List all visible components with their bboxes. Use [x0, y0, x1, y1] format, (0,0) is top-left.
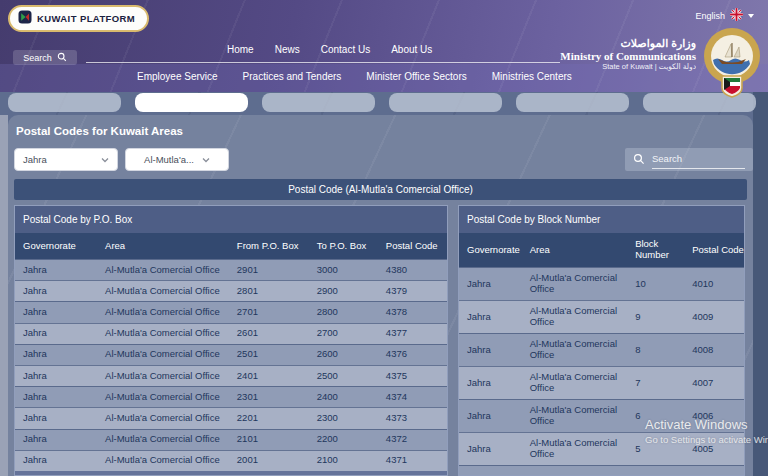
table-row: Jahra Al-Mutla'a Comercial Office 2701 2…	[15, 301, 447, 322]
cell-from-po-box: 2301	[229, 392, 309, 403]
cell-to-po-box: 2900	[309, 286, 378, 297]
cell-governorate: Jahra	[459, 279, 522, 290]
area-select-value: Al-Mutla'a...	[144, 154, 194, 165]
category-tab[interactable]	[389, 93, 502, 112]
cell-area: Al-Mutla'a Comercial Office	[97, 371, 229, 382]
language-selector[interactable]: English	[695, 7, 754, 25]
search-placeholder: Search	[652, 153, 745, 169]
cell-area: Al-Mutla'a Comercial Office	[97, 349, 229, 360]
cell-postal-code: 4372	[378, 434, 447, 445]
table-row: Jahra Al-Mutla'a Comercial Office 9 4009	[459, 300, 744, 333]
cell-to-po-box: 2300	[309, 413, 378, 424]
secondary-nav: Employee ServicePractices and TendersMin…	[137, 71, 572, 82]
cell-block-number: 7	[627, 378, 684, 389]
po-box-table: Postal Code by P.O. Box Governorate Area…	[14, 205, 448, 476]
section-title: Postal Code (Al-Mutla'a Comercial Office…	[288, 184, 473, 195]
site-header: KUWAIT PLATFORM English Searc	[0, 0, 768, 92]
cell-governorate: Jahra	[15, 307, 97, 318]
cell-postal-code: 4008	[684, 345, 744, 356]
cell-to-po-box: 2800	[309, 307, 378, 318]
cell-block-number: 5	[627, 444, 684, 455]
ministry-state-line: State of Kuwait | دولة الكويت	[560, 63, 696, 72]
column-header-block-number: Block Number	[627, 239, 684, 261]
column-header-area: Area	[97, 241, 229, 252]
cell-governorate: Jahra	[15, 371, 97, 382]
subnav-item[interactable]: Minister Office Sectors	[366, 71, 466, 82]
cell-postal-code: 4376	[378, 349, 447, 360]
cell-postal-code: 4009	[684, 312, 744, 323]
cell-postal-code: 4377	[378, 328, 447, 339]
governorate-select-value: Jahra	[23, 154, 101, 165]
cell-governorate: Jahra	[15, 349, 97, 360]
cell-postal-code: 4378	[378, 307, 447, 318]
cell-governorate: Jahra	[459, 444, 522, 455]
nav-item[interactable]: Home	[227, 44, 254, 55]
column-header-postal-code: Postal Code	[378, 241, 447, 252]
nav-item[interactable]: About Us	[391, 44, 432, 55]
category-tab[interactable]	[8, 93, 121, 112]
table-row: Jahra Al-Mutla'a Comercial Office 7 4007	[459, 366, 744, 399]
cell-area: Al-Mutla'a Comercial Office	[522, 339, 627, 361]
category-tab[interactable]	[135, 93, 248, 112]
cell-block-number: 6	[627, 411, 684, 422]
table-row: Jahra Al-Mutla'a Comercial Office 2801 2…	[15, 280, 447, 301]
table-row: Jahra Al-Mutla'a Comercial Office 2301 2…	[15, 386, 447, 407]
cell-governorate: Jahra	[15, 392, 97, 403]
po-box-table-header: Governorate Area From P.O. Box To P.O. B…	[15, 233, 447, 259]
column-header-governorate: Governorate	[459, 245, 522, 256]
cell-to-po-box: 2700	[309, 328, 378, 339]
cell-from-po-box: 2601	[229, 328, 309, 339]
kuwait-platform-logo-icon	[18, 10, 32, 28]
cell-area: Al-Mutla'a Comercial Office	[97, 455, 229, 466]
table-row: Jahra Al-Mutla'a Comercial Office 2401 2…	[15, 365, 447, 386]
cell-area: Al-Mutla'a Comercial Office	[97, 307, 229, 318]
table-row: Jahra Al-Mutla'a Comercial Office 2201 2…	[15, 407, 447, 428]
page-title: Postal Codes for Kuwait Areas	[16, 125, 183, 137]
category-tab[interactable]	[262, 93, 375, 112]
cell-postal-code: 4380	[378, 265, 447, 276]
cell-area: Al-Mutla'a Comercial Office	[522, 372, 627, 394]
kuwait-emblem-logo	[701, 26, 763, 102]
table-search-input[interactable]: Search	[625, 148, 753, 171]
cell-from-po-box: 2501	[229, 349, 309, 360]
nav-item[interactable]: News	[275, 44, 300, 55]
cell-governorate: Jahra	[15, 286, 97, 297]
cell-area: Al-Mutla'a Comercial Office	[97, 265, 229, 276]
cell-governorate: Jahra	[459, 378, 522, 389]
cell-area: Al-Mutla'a Comercial Office	[522, 405, 627, 427]
cell-governorate: Jahra	[15, 455, 97, 466]
subnav-item[interactable]: Practices and Tenders	[243, 71, 342, 82]
subnav-item[interactable]: Employee Service	[137, 71, 218, 82]
main-nav: HomeNewsContact UsAbout Us	[227, 44, 432, 55]
cell-block-number: 10	[627, 279, 684, 290]
table-row: Jahra Al-Mutla'a Comercial Office 2001 2…	[15, 450, 447, 471]
block-number-table: Postal Code by Block Number Governorate …	[458, 205, 745, 476]
cell-to-po-box: 2400	[309, 392, 378, 403]
section-title-bar: Postal Code (Al-Mutla'a Comercial Office…	[14, 179, 747, 200]
category-tab[interactable]	[516, 93, 629, 112]
cell-to-po-box: 2200	[309, 434, 378, 445]
governorate-select[interactable]: Jahra	[14, 148, 118, 171]
header-search-button[interactable]: Search	[13, 50, 77, 65]
search-icon	[57, 52, 67, 64]
po-box-table-body: Jahra Al-Mutla'a Comercial Office 2901 3…	[15, 259, 447, 471]
cell-governorate: Jahra	[15, 328, 97, 339]
cell-to-po-box: 2600	[309, 349, 378, 360]
subnav-item[interactable]: Ministries Centers	[492, 71, 572, 82]
column-header-area: Area	[522, 245, 627, 256]
po-box-table-title: Postal Code by P.O. Box	[15, 206, 447, 233]
area-select[interactable]: Al-Mutla'a...	[125, 148, 229, 171]
category-tabs	[8, 93, 760, 112]
table-row: Jahra Al-Mutla'a Comercial Office 8 4008	[459, 333, 744, 366]
nav-divider	[86, 62, 560, 63]
cell-area: Al-Mutla'a Comercial Office	[97, 286, 229, 297]
uk-flag-icon	[730, 7, 743, 25]
block-number-table-header: Governorate Area Block Number Postal Cod…	[459, 233, 744, 267]
nav-item[interactable]: Contact Us	[321, 44, 370, 55]
cell-from-po-box: 2901	[229, 265, 309, 276]
chevron-down-icon	[101, 157, 109, 163]
kuwait-platform-logo[interactable]: KUWAIT PLATFORM	[8, 5, 149, 32]
cell-governorate: Jahra	[459, 411, 522, 422]
column-header-governorate: Governorate	[15, 241, 97, 252]
search-icon	[633, 151, 645, 169]
